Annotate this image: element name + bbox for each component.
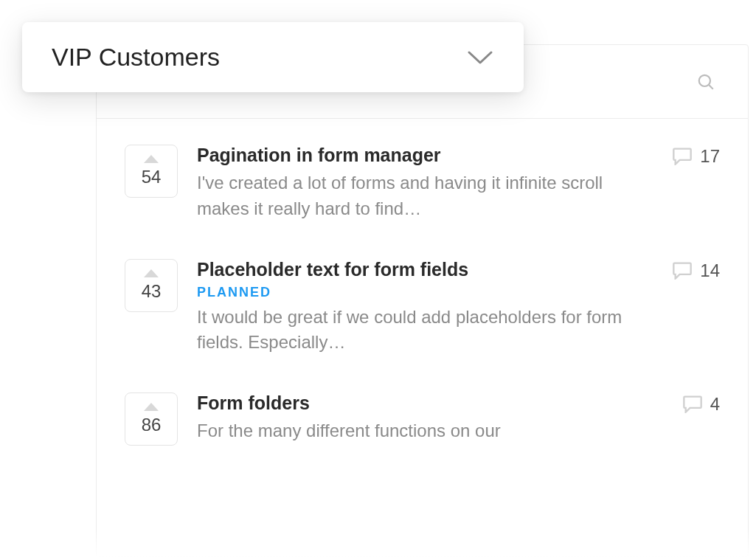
item-title: Placeholder text for form fields <box>197 259 653 280</box>
search-icon[interactable] <box>696 72 715 91</box>
upvote-arrow-icon <box>144 403 159 411</box>
status-badge: PLANNED <box>197 285 653 300</box>
comment-icon <box>672 260 693 280</box>
vote-count: 54 <box>142 167 162 187</box>
upvote-button[interactable]: 43 <box>125 259 178 312</box>
item-description: It would be great if we could add placeh… <box>197 305 653 356</box>
chevron-down-icon <box>466 49 494 66</box>
comment-indicator[interactable]: 17 <box>672 145 720 222</box>
item-description: I've created a lot of forms and having i… <box>197 170 653 222</box>
upvote-arrow-icon <box>144 155 159 163</box>
item-title: Pagination in form manager <box>197 145 653 166</box>
comment-count: 17 <box>700 146 720 167</box>
comment-indicator[interactable]: 4 <box>682 392 720 446</box>
list-item[interactable]: 86 Form folders For the many different f… <box>97 374 748 464</box>
comment-indicator[interactable]: 14 <box>672 259 720 356</box>
svg-line-1 <box>709 84 713 89</box>
upvote-button[interactable]: 86 <box>125 392 178 446</box>
comment-count: 14 <box>700 260 720 281</box>
comment-icon <box>672 146 693 165</box>
item-title: Form folders <box>197 392 663 414</box>
item-content: Pagination in form manager I've created … <box>197 145 653 222</box>
item-content: Form folders For the many different func… <box>197 392 663 446</box>
feedback-panel: 54 Pagination in form manager I've creat… <box>96 44 749 557</box>
list-item[interactable]: 54 Pagination in form manager I've creat… <box>97 126 748 241</box>
feedback-list: 54 Pagination in form manager I've creat… <box>97 119 748 471</box>
list-item[interactable]: 43 Placeholder text for form fields PLAN… <box>97 241 748 375</box>
filter-selected-label: VIP Customers <box>52 43 220 72</box>
upvote-arrow-icon <box>144 269 159 277</box>
item-content: Placeholder text for form fields PLANNED… <box>197 259 653 356</box>
svg-point-0 <box>699 75 710 86</box>
upvote-button[interactable]: 54 <box>125 145 178 198</box>
filter-dropdown[interactable]: VIP Customers <box>22 22 524 92</box>
item-description: For the many different functions on our <box>197 418 663 444</box>
vote-count: 86 <box>142 415 162 435</box>
comment-icon <box>682 394 703 413</box>
vote-count: 43 <box>142 281 162 302</box>
comment-count: 4 <box>710 394 720 415</box>
